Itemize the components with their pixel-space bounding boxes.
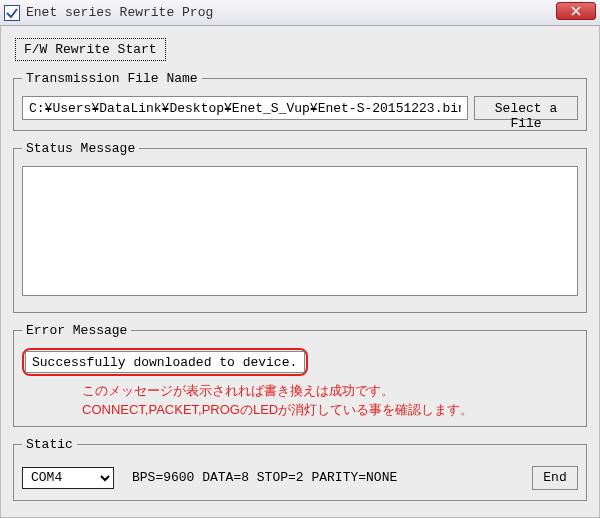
annotation-line1: このメッセージが表示されれば書き換えは成功です。	[82, 382, 578, 401]
select-file-button[interactable]: Select a File	[474, 96, 578, 120]
static-legend: Static	[22, 437, 77, 452]
rewrite-start-button[interactable]: F/W Rewrite Start	[15, 38, 166, 61]
client-area: F/W Rewrite Start Transmission File Name…	[0, 26, 600, 518]
window-title: Enet series Rewrite Prog	[26, 5, 213, 20]
titlebar: Enet series Rewrite Prog	[0, 0, 600, 26]
app-icon	[4, 5, 20, 21]
status-group: Status Message	[13, 141, 587, 313]
close-button[interactable]	[556, 2, 596, 20]
annotation-text: このメッセージが表示されれば書き換えは成功です。 CONNECT,PACKET,…	[82, 382, 578, 420]
status-legend: Status Message	[22, 141, 139, 156]
error-group: Error Message Successfully downloaded to…	[13, 323, 587, 427]
transmission-legend: Transmission File Name	[22, 71, 202, 86]
annotation-line2: CONNECT,PACKET,PROGのLEDが消灯している事を確認します。	[82, 401, 578, 420]
transmission-group: Transmission File Name Select a File	[13, 71, 587, 131]
end-button[interactable]: End	[532, 466, 578, 490]
error-legend: Error Message	[22, 323, 131, 338]
static-group: Static COM4 BPS=9600 DATA=8 STOP=2 PARIT…	[13, 437, 587, 501]
serial-params: BPS=9600 DATA=8 STOP=2 PARITY=NONE	[132, 470, 514, 485]
error-highlight: Successfully downloaded to device.	[22, 348, 308, 376]
file-path-input[interactable]	[22, 96, 468, 120]
error-message-box: Successfully downloaded to device.	[25, 351, 305, 373]
com-port-select[interactable]: COM4	[22, 467, 114, 489]
status-message-box[interactable]	[22, 166, 578, 296]
